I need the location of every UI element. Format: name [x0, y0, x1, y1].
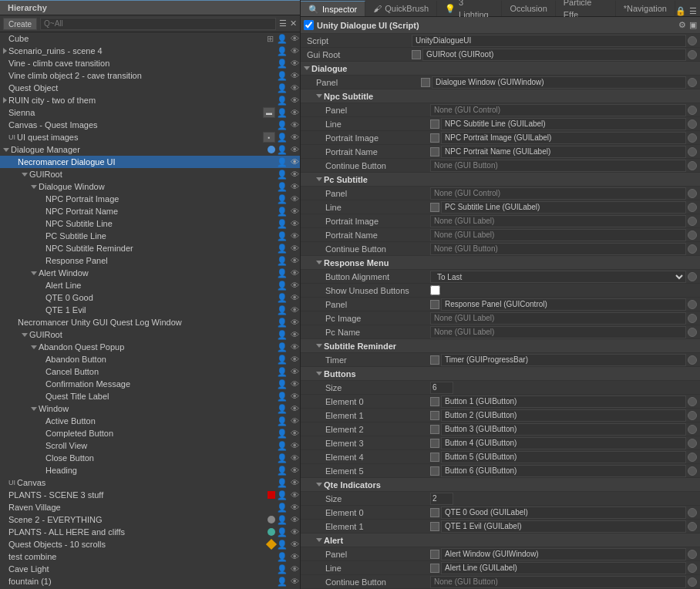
person-icon[interactable]: 👤	[277, 403, 288, 414]
eye-icon[interactable]: 👁	[289, 564, 300, 574]
list-item[interactable]: NPC Subtitle Line 👤 👁	[0, 217, 300, 230]
eye-icon[interactable]: 👁	[289, 440, 300, 451]
eye-icon[interactable]: 👁	[289, 157, 300, 167]
person-icon[interactable]: 👤	[277, 255, 288, 266]
person-icon[interactable]: 👤	[277, 354, 288, 365]
pc-portrait-image-pick[interactable]	[688, 217, 697, 226]
npc-portrait-image-pick[interactable]	[688, 133, 697, 143]
eye-icon[interactable]: 👁	[289, 342, 300, 352]
list-item[interactable]: Cube ⊞ 👤 👁	[0, 32, 300, 45]
person-icon[interactable]: 👤	[277, 280, 288, 291]
eye-icon[interactable]: 👁	[289, 70, 300, 81]
gui-root-pick-btn[interactable]	[688, 50, 697, 59]
list-item[interactable]: QTE 0 Good 👤 👁	[0, 291, 300, 304]
eye-icon[interactable]: 👁	[289, 305, 300, 315]
list-item[interactable]: Active Button 👤 👁	[0, 415, 300, 427]
person-icon[interactable]: 👤	[277, 169, 288, 180]
eye-icon[interactable]: 👁	[289, 181, 300, 192]
eye-icon[interactable]: 👁	[289, 194, 300, 204]
element2-pick[interactable]	[688, 425, 697, 434]
eye-icon[interactable]: 👁	[289, 144, 300, 155]
eye-icon[interactable]: 👁	[289, 576, 300, 587]
show-unused-checkbox[interactable]	[430, 285, 440, 295]
eye-icon[interactable]: 👁	[289, 403, 300, 414]
person-icon[interactable]: 👤	[277, 539, 288, 550]
pc-name-pick[interactable]	[688, 328, 697, 337]
eye-icon[interactable]: 👁	[289, 45, 300, 56]
eye-icon[interactable]: 👁	[289, 416, 300, 426]
person-icon[interactable]: 👤	[277, 564, 288, 574]
qte-section[interactable]: Qte Indicators	[301, 478, 700, 492]
eye-icon[interactable]: 👁	[289, 82, 300, 93]
person-icon[interactable]: 👤	[277, 181, 288, 192]
eye-icon[interactable]: 👁	[289, 169, 300, 180]
eye-icon[interactable]: 👁	[289, 391, 300, 402]
person-icon[interactable]: 👤	[277, 305, 288, 315]
person-icon[interactable]: 👤	[277, 576, 288, 587]
pc-image-pick[interactable]	[688, 314, 697, 323]
button-alignment-select[interactable]: To Last	[430, 271, 686, 283]
person-icon[interactable]: 👤	[277, 477, 288, 488]
subtitle-reminder-section[interactable]: Subtitle Reminder	[301, 339, 700, 353]
person-icon[interactable]: 👤	[277, 95, 288, 106]
list-item[interactable]: Dialogue Manager 👤 👁	[0, 143, 300, 156]
pc-continue-pick[interactable]	[688, 244, 697, 254]
list-item[interactable]: Alert Line 👤 👁	[0, 279, 300, 291]
list-item[interactable]: Scroll View 👤 👁	[0, 439, 300, 452]
alert-section[interactable]: Alert	[301, 533, 700, 547]
npc-continue-pick[interactable]	[688, 161, 697, 170]
qte-element0-pick[interactable]	[688, 508, 697, 517]
alert-panel-pick[interactable]	[688, 550, 697, 559]
eye-icon[interactable]: 👁	[289, 317, 300, 328]
list-item[interactable]: Raven Village 👤 👁	[0, 501, 300, 513]
person-icon[interactable]: 👤	[277, 33, 288, 44]
buttons-size-input[interactable]	[430, 382, 453, 394]
list-item[interactable]: NPC Subtitle Reminder 👤 👁	[0, 242, 300, 254]
list-item[interactable]: fountain (1) 👤 👁	[0, 575, 300, 587]
button-alignment-pick[interactable]	[688, 272, 697, 281]
list-item[interactable]: Close Button 👤 👁	[0, 452, 300, 464]
qte-size-input[interactable]	[430, 493, 453, 505]
eye-icon[interactable]: 👁	[289, 218, 300, 229]
person-icon[interactable]: 👤	[277, 70, 288, 81]
person-icon[interactable]: 👤	[277, 551, 288, 562]
list-item[interactable]: Canvas - Quest Images 👤 👁	[0, 119, 300, 131]
eye-icon[interactable]: 👁	[289, 366, 300, 377]
component-settings-icon[interactable]: ⚙	[678, 20, 686, 30]
list-item[interactable]: Abandon Button 👤 👁	[0, 353, 300, 365]
response-panel-pick[interactable]	[688, 300, 697, 309]
eye-icon[interactable]: 👁	[289, 58, 300, 69]
list-item[interactable]: Necromancer Unity GUI Quest Log Window 👤…	[0, 316, 300, 328]
eye-icon[interactable]: 👁	[289, 527, 300, 537]
person-icon[interactable]: 👤	[277, 243, 288, 254]
list-item[interactable]: test combine 👤 👁	[0, 550, 300, 563]
eye-icon[interactable]: 👁	[289, 231, 300, 241]
eye-icon[interactable]: 👁	[289, 428, 300, 439]
element1-pick[interactable]	[688, 411, 697, 420]
eye-icon[interactable]: 👁	[289, 453, 300, 463]
alert-continue-pick[interactable]	[688, 577, 697, 587]
list-item[interactable]: NPC Portrait Name 👤 👁	[0, 205, 300, 217]
list-item[interactable]: Abandon Quest Popup 👤 👁	[0, 341, 300, 353]
person-icon[interactable]: 👤	[277, 440, 288, 451]
list-item[interactable]: Scenario_ruins - scene 4 👤 👁	[0, 45, 300, 57]
eye-icon[interactable]: 👁	[289, 255, 300, 266]
person-icon[interactable]: 👤	[277, 502, 288, 513]
person-icon[interactable]: 👤	[277, 45, 288, 56]
list-item[interactable]: Dialogue Window 👤 👁	[0, 180, 300, 193]
list-item[interactable]: PC Subtitle Line 👤 👁	[0, 230, 300, 242]
list-item[interactable]: Sienna ▬ 👤 👁	[0, 106, 300, 119]
person-icon[interactable]: 👤	[277, 144, 288, 155]
eye-icon[interactable]: 👁	[289, 514, 300, 525]
npc-line-pick[interactable]	[688, 119, 697, 129]
list-item[interactable]: Quest Objects - 10 scrolls 👤 👁	[0, 538, 300, 550]
hierarchy-menu-icon[interactable]: ☰	[279, 19, 287, 29]
element0-pick[interactable]	[688, 397, 697, 406]
person-icon[interactable]: 👤	[277, 527, 288, 537]
element4-pick[interactable]	[688, 453, 697, 462]
eye-icon[interactable]: 👁	[289, 107, 300, 118]
eye-icon[interactable]: 👁	[289, 280, 300, 291]
eye-icon[interactable]: 👁	[289, 33, 300, 44]
create-button[interactable]: Create	[3, 18, 37, 30]
eye-icon[interactable]: 👁	[289, 206, 300, 217]
